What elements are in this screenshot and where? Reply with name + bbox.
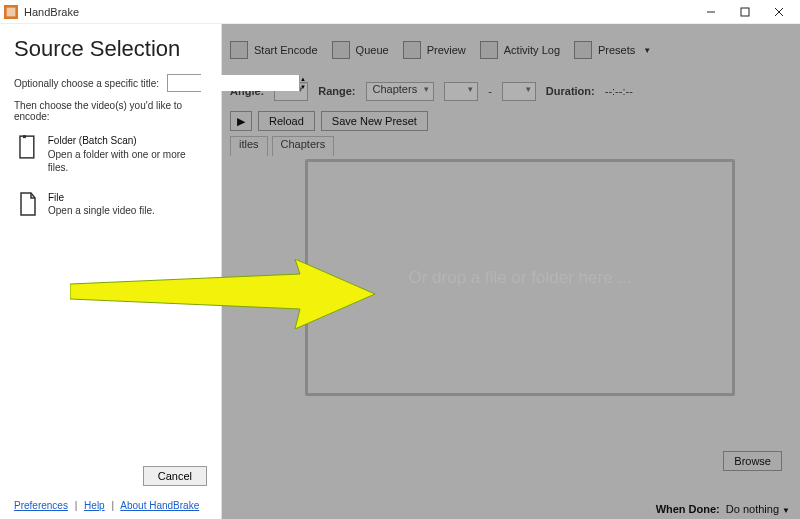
queue-button[interactable]: Queue — [332, 41, 389, 59]
tab-chapters[interactable]: Chapters — [272, 136, 335, 156]
when-done-select[interactable]: Do nothing ▼ — [726, 503, 790, 515]
file-icon — [18, 191, 38, 217]
source-file-option[interactable]: File Open a single video file. — [18, 191, 207, 218]
preview-icon — [403, 41, 421, 59]
preferences-link[interactable]: Preferences — [14, 500, 68, 511]
activity-log-label: Activity Log — [504, 44, 560, 56]
panel-links: Preferences | Help | About HandBrake — [14, 500, 207, 511]
range-label: Range: — [318, 85, 355, 97]
duration-value: --:--:-- — [605, 85, 633, 97]
presets-button[interactable]: Presets▼ — [574, 41, 651, 59]
range-end-select[interactable] — [502, 82, 536, 101]
svg-rect-7 — [23, 135, 26, 138]
when-done-value: Do nothing — [726, 503, 779, 515]
when-done-row: When Done: Do nothing ▼ — [656, 503, 790, 515]
reload-button[interactable]: Reload — [258, 111, 315, 131]
svg-rect-1 — [7, 7, 16, 16]
source-folder-option[interactable]: Folder (Batch Scan) Open a folder with o… — [18, 134, 207, 175]
duration-label: Duration: — [546, 85, 595, 97]
file-desc: Open a single video file. — [48, 204, 155, 218]
range-start-select[interactable] — [444, 82, 478, 101]
folder-title: Folder (Batch Scan) — [48, 134, 207, 148]
start-encode-button[interactable]: Start Encode — [230, 41, 318, 59]
panel-heading: Source Selection — [14, 36, 207, 62]
tab-subtitles[interactable]: itles — [230, 136, 268, 156]
separator: | — [111, 500, 114, 511]
preview-button[interactable]: Preview — [403, 41, 466, 59]
drop-zone[interactable]: Or drop a file or folder here ... — [305, 159, 735, 396]
maximize-button[interactable] — [728, 0, 762, 24]
when-done-label: When Done: — [656, 503, 720, 515]
start-encode-label: Start Encode — [254, 44, 318, 56]
file-title: File — [48, 191, 155, 205]
optional-title-label: Optionally choose a specific title: — [14, 78, 159, 89]
presets-label: Presets — [598, 44, 635, 56]
queue-label: Queue — [356, 44, 389, 56]
play-icon — [230, 41, 248, 59]
source-selection-panel: Source Selection Optionally choose a spe… — [0, 24, 222, 519]
svg-rect-6 — [20, 136, 34, 158]
folder-icon — [18, 134, 38, 160]
queue-icon — [332, 41, 350, 59]
preset-play-button[interactable]: ▶ — [230, 111, 252, 131]
close-button[interactable] — [762, 0, 796, 24]
drop-zone-text: Or drop a file or folder here ... — [409, 268, 632, 288]
help-link[interactable]: Help — [84, 500, 105, 511]
window-title: HandBrake — [24, 6, 694, 18]
title-number-input[interactable]: ▲ ▼ — [167, 74, 201, 92]
separator: | — [75, 500, 78, 511]
chevron-down-icon: ▼ — [782, 506, 790, 515]
then-choose-label: Then choose the video(s) you'd like to e… — [14, 100, 207, 122]
browse-button[interactable]: Browse — [723, 451, 782, 471]
activity-log-button[interactable]: Activity Log — [480, 41, 560, 59]
save-preset-button[interactable]: Save New Preset — [321, 111, 428, 131]
range-mode-select[interactable]: Chapters — [366, 82, 435, 101]
log-icon — [480, 41, 498, 59]
about-link[interactable]: About HandBrake — [120, 500, 199, 511]
spinner-down-icon[interactable]: ▼ — [300, 84, 306, 92]
minimize-button[interactable] — [694, 0, 728, 24]
settings-tabs: itles Chapters — [230, 136, 800, 156]
preview-label: Preview — [427, 44, 466, 56]
presets-icon — [574, 41, 592, 59]
title-number-field[interactable] — [168, 75, 299, 91]
chevron-down-icon: ▼ — [643, 46, 651, 55]
spinner-up-icon[interactable]: ▲ — [300, 75, 306, 84]
folder-desc: Open a folder with one or more files. — [48, 148, 207, 175]
app-icon — [4, 5, 18, 19]
range-dash: - — [488, 85, 492, 97]
cancel-button[interactable]: Cancel — [143, 466, 207, 486]
svg-rect-3 — [741, 8, 749, 16]
window-titlebar: HandBrake — [0, 0, 800, 24]
